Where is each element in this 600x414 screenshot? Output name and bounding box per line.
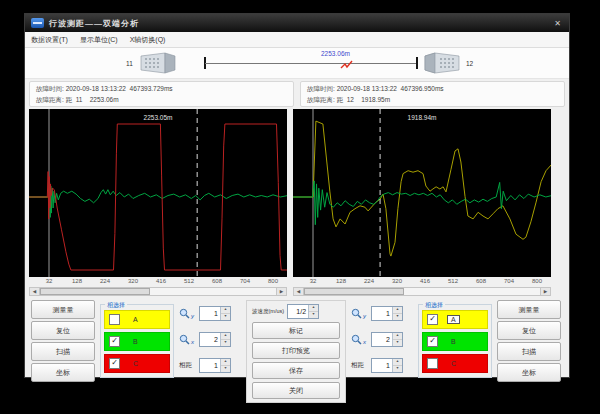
spin-down-icon[interactable]: ▼ xyxy=(221,340,230,346)
close-icon[interactable]: ✕ xyxy=(552,19,563,28)
fault-marker-icon xyxy=(340,56,354,74)
phase-row-c[interactable]: C xyxy=(422,354,488,373)
fault-time-label: 故障时间: xyxy=(307,85,335,92)
spin-down-icon[interactable]: ▼ xyxy=(393,314,402,320)
right-button-stack: 测量量 复位 扫描 坐标 xyxy=(497,300,561,382)
chart-scrollbar-left[interactable]: ◀ ▶ xyxy=(29,287,287,296)
waveform-chart-terminal-11[interactable]: 2253.05m xyxy=(29,109,287,277)
spin-down-icon[interactable]: ▼ xyxy=(393,366,402,372)
x-axis-right: -6432128224320416512608704800 xyxy=(293,277,551,287)
phase-select-title: 相选择 xyxy=(423,301,445,310)
save-button[interactable]: 保存 xyxy=(252,362,340,379)
fault-distance-value: 距 11 2253.06m xyxy=(66,96,119,103)
title-bar: 行波测距——双端分析 ✕ xyxy=(25,14,569,32)
scroll-left-icon[interactable]: ◀ xyxy=(30,288,40,295)
cursor-distance-label: 2253.05m xyxy=(144,114,173,121)
phase-spacing-spinner[interactable]: 1 ▲▼ xyxy=(371,358,403,373)
x-tick-label: 320 xyxy=(128,278,138,284)
spin-up-icon[interactable]: ▲ xyxy=(221,333,230,340)
phase-b-checkbox[interactable]: ✓ xyxy=(109,336,120,347)
zoom-y-control: y 1 ▲▼ xyxy=(179,306,241,321)
phase-b-checkbox[interactable]: ✓ xyxy=(427,336,438,347)
x-tick-label: 128 xyxy=(336,278,346,284)
zoom-x-spinner[interactable]: 2 ▲▼ xyxy=(199,332,231,347)
spin-up-icon[interactable]: ▲ xyxy=(393,333,402,340)
waveform-chart-terminal-12[interactable]: 1918.94m xyxy=(293,109,551,277)
scroll-left-icon[interactable]: ◀ xyxy=(294,288,304,295)
zoom-y-spinner[interactable]: 1 ▲▼ xyxy=(371,306,403,321)
x-tick-label: 608 xyxy=(212,278,222,284)
waveform-phase-B xyxy=(29,182,287,217)
terminal-11-label: 11 xyxy=(126,60,133,67)
scroll-right-icon[interactable]: ▶ xyxy=(276,288,286,295)
measure-button-left[interactable]: 测量量 xyxy=(31,300,95,319)
zoom-y-control: y 1 ▲▼ xyxy=(351,306,413,321)
phase-a-checkbox[interactable] xyxy=(109,314,120,325)
spin-up-icon[interactable]: ▲ xyxy=(393,307,402,314)
phase-row-b[interactable]: ✓ B xyxy=(104,332,170,351)
spin-up-icon[interactable]: ▲ xyxy=(221,307,230,314)
x-tick-label: 608 xyxy=(476,278,486,284)
x-tick-label: 224 xyxy=(100,278,110,284)
phase-c-checkbox[interactable]: ✓ xyxy=(109,358,120,369)
phase-spacing-label: 相距 xyxy=(351,361,367,370)
measure-button-right[interactable]: 测量量 xyxy=(497,300,561,319)
spin-down-icon[interactable]: ▼ xyxy=(393,340,402,346)
phase-a-checkbox[interactable]: ✓ xyxy=(427,314,438,325)
scrollbar-thumb[interactable] xyxy=(40,288,150,295)
phase-c-checkbox[interactable] xyxy=(427,358,438,369)
spin-up-icon[interactable]: ▲ xyxy=(221,359,230,366)
wave-speed-spinner[interactable]: 1/2 ▲▼ xyxy=(287,304,319,319)
scroll-right-icon[interactable]: ▶ xyxy=(540,288,550,295)
cursor-distance-label: 1918.94m xyxy=(408,114,437,121)
phase-b-label: B xyxy=(448,338,459,345)
phase-spacing-spinner[interactable]: 1 ▲▼ xyxy=(199,358,231,373)
mark-button[interactable]: 标记 xyxy=(252,322,340,339)
phase-row-a[interactable]: A xyxy=(104,310,170,329)
chart-scrollbar-right[interactable]: ◀ ▶ xyxy=(293,287,551,296)
coordinate-button-left[interactable]: 坐标 xyxy=(31,363,95,382)
app-icon xyxy=(31,18,44,28)
control-panel: 测量量 复位 扫描 坐标 相选择 A ✓ B ✓ C xyxy=(25,296,569,403)
phase-row-c[interactable]: ✓ C xyxy=(104,354,170,373)
x-tick-label: 32 xyxy=(46,278,53,284)
zoom-y-icon: y xyxy=(351,308,367,319)
menu-item-data-settings[interactable]: 数据设置(T) xyxy=(31,35,68,45)
terminal-11-device-icon xyxy=(139,52,177,78)
reset-button-right[interactable]: 复位 xyxy=(497,321,561,340)
zoom-y-spinner[interactable]: 1 ▲▼ xyxy=(199,306,231,321)
phase-select-group-right: 相选择 ✓ A ✓ B C xyxy=(418,304,492,378)
scan-button-right[interactable]: 扫描 xyxy=(497,342,561,361)
phase-c-label: C xyxy=(448,360,459,367)
spin-up-icon[interactable]: ▲ xyxy=(393,359,402,366)
fault-distance-label: 故障距离: xyxy=(307,96,335,103)
spin-down-icon[interactable]: ▼ xyxy=(221,366,230,372)
reset-button-left[interactable]: 复位 xyxy=(31,321,95,340)
spin-down-icon[interactable]: ▼ xyxy=(221,314,230,320)
info-panel-terminal-12: 故障时间: 2020-09-18 13:13:22 467396.950ms 故… xyxy=(300,81,565,107)
phase-row-b[interactable]: ✓ B xyxy=(422,332,488,351)
fault-time-value: 2020-09-18 13:13:22 467396.950ms xyxy=(337,85,444,92)
chart-column-left: 2253.05m -6432128224320416512608704800 ◀… xyxy=(29,109,287,296)
coordinate-button-right[interactable]: 坐标 xyxy=(497,363,561,382)
print-preview-button[interactable]: 打印预览 xyxy=(252,342,340,359)
menu-item-xaxis-toggle[interactable]: X轴切换(Q) xyxy=(130,35,166,45)
app-window: 行波测距——双端分析 ✕ 数据设置(T) 显示单位(C) X轴切换(Q) 11 … xyxy=(24,13,570,378)
close-button[interactable]: 关闭 xyxy=(252,382,340,399)
phase-select-title: 相选择 xyxy=(105,301,127,310)
phase-row-a[interactable]: ✓ A xyxy=(422,310,488,329)
zoom-x-icon: x xyxy=(179,334,195,345)
info-panel-terminal-11: 故障时间: 2020-09-18 13:13:22 467393.729ms 故… xyxy=(29,81,294,107)
zoom-controls-right: y 1 ▲▼ x 2 ▲▼ 相距 1 xyxy=(351,300,413,373)
menu-bar: 数据设置(T) 显示单位(C) X轴切换(Q) xyxy=(25,32,569,48)
info-row: 故障时间: 2020-09-18 13:13:22 467393.729ms 故… xyxy=(25,79,569,109)
x-tick-label: 512 xyxy=(184,278,194,284)
phase-spacing-control: 相距 1 ▲▼ xyxy=(351,358,413,373)
spin-down-icon[interactable]: ▼ xyxy=(309,312,318,318)
scan-button-left[interactable]: 扫描 xyxy=(31,342,95,361)
zoom-x-spinner[interactable]: 2 ▲▼ xyxy=(371,332,403,347)
spin-up-icon[interactable]: ▲ xyxy=(309,305,318,312)
scrollbar-thumb[interactable] xyxy=(304,288,404,295)
menu-item-display-unit[interactable]: 显示单位(C) xyxy=(80,35,118,45)
x-tick-label: 416 xyxy=(420,278,430,284)
